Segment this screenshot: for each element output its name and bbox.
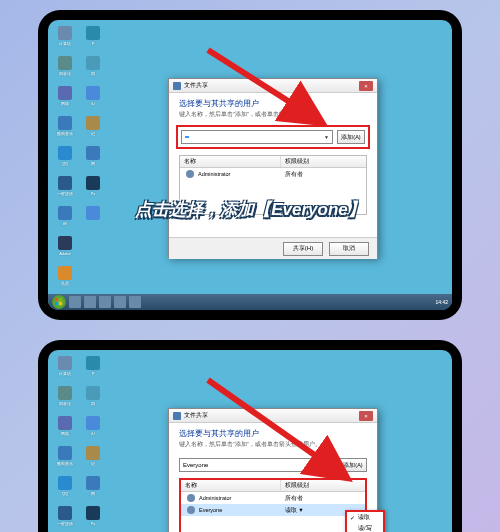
task-icon[interactable]	[129, 296, 141, 308]
list-row-everyone[interactable]: Everyone 读取 ▼	[181, 504, 365, 516]
desktop-icon[interactable]: QQ	[54, 476, 76, 502]
desktop-icons-col2-b: P回iU记网Ps	[82, 356, 138, 532]
dialog-heading: 选择要与其共享的用户	[179, 99, 367, 109]
user-list: 名称 权限级别 Administrator 所有者 Everyone 读取 ▼	[179, 478, 367, 532]
list-row-admin[interactable]: Administrator 所有者	[180, 168, 366, 180]
dialog-header: 选择要与其共享的用户 键入名称，然后单击"添加"，或者单击箭头查找用户。	[169, 423, 377, 452]
chevron-down-icon[interactable]: ▼	[326, 462, 331, 468]
col-name: 名称	[181, 480, 281, 491]
desktop-icon[interactable]: 回收站	[54, 56, 76, 82]
desktop-icon[interactable]: Adobe	[54, 236, 76, 262]
desktop-screen: 计算机回收站网络酷狗音乐QQ一键还原IEAdobe迅雷 P回iU记网Ps 文件共…	[48, 350, 452, 532]
desktop-icon[interactable]: 迅雷	[54, 266, 76, 292]
combo-value: Everyone	[183, 462, 208, 468]
dialog-body: Everyone ▼ 添加(A) 名称 权限级别 Administrator 所…	[169, 452, 377, 532]
list-header: 名称 权限级别	[181, 480, 365, 492]
svg-rect-2	[55, 298, 58, 301]
tray-time: 14:42	[435, 299, 448, 305]
dialog-heading: 选择要与其共享的用户	[179, 429, 367, 439]
desktop-icon[interactable]: QQ	[54, 146, 76, 172]
desktop-screen: 计算机回收站网络酷狗音乐QQ一键还原IEAdobe迅雷 P回iU记网Ps 文件共…	[48, 20, 452, 310]
svg-rect-4	[55, 302, 58, 305]
desktop-icon[interactable]: 网络	[54, 86, 76, 112]
desktop-icon[interactable]: 网	[82, 146, 104, 172]
perm-option-read[interactable]: ✓读取	[347, 512, 383, 523]
desktop-icon[interactable]: iU	[82, 86, 104, 112]
share-button[interactable]: 共享(H)	[283, 242, 323, 256]
task-icon[interactable]	[99, 296, 111, 308]
cancel-button[interactable]: 取消	[329, 242, 369, 256]
close-icon[interactable]: ×	[359, 411, 373, 421]
desktop-icon[interactable]: 回	[82, 386, 104, 412]
taskbar[interactable]: 14:42	[48, 294, 452, 310]
svg-rect-5	[59, 302, 62, 305]
svg-rect-3	[59, 298, 62, 301]
desktop-icons-col2: P回iU记网Ps	[82, 26, 138, 232]
user-icon	[187, 506, 195, 514]
user-input-row: ▼ 添加(A)	[176, 125, 370, 149]
desktop-icon[interactable]: 回	[82, 56, 104, 82]
user-icon	[186, 170, 194, 178]
instruction-caption: 点击选择，添加【Everyone】	[135, 198, 365, 221]
perm-option-readwrite[interactable]: 读/写	[347, 523, 383, 532]
desktop-icon[interactable]: 记	[82, 116, 104, 142]
combo-selected	[185, 136, 189, 138]
user-icon	[187, 494, 195, 502]
desktop-icon[interactable]: 记	[82, 446, 104, 472]
task-icon[interactable]	[114, 296, 126, 308]
file-sharing-dialog: 文件共享 × 选择要与其共享的用户 键入名称，然后单击"添加"，或者单击箭头查找…	[168, 408, 378, 532]
dialog-title-text: 文件共享	[184, 411, 208, 420]
desktop-icon[interactable]: 计算机	[54, 356, 76, 382]
desktop-icon[interactable]: 一键还原	[54, 176, 76, 202]
user-input-row: Everyone ▼ 添加(A)	[179, 458, 367, 472]
desktop-icon[interactable]: P	[82, 356, 104, 382]
desktop-icon[interactable]: Ps	[82, 506, 104, 532]
desktop-icon[interactable]: 网络	[54, 416, 76, 442]
tablet-frame-top: 计算机回收站网络酷狗音乐QQ一键还原IEAdobe迅雷 P回iU记网Ps 文件共…	[38, 10, 462, 320]
dialog-subtext: 键入名称，然后单击"添加"，或者单击箭头查找用户。	[179, 111, 367, 118]
desktop-icon[interactable]: P	[82, 26, 104, 52]
dialog-footer: 共享(H) 取消	[169, 237, 377, 259]
dialog-titlebar[interactable]: 文件共享 ×	[169, 409, 377, 423]
system-tray[interactable]: 14:42	[435, 299, 448, 305]
window-icon	[173, 82, 181, 90]
tablet-frame-bottom: 计算机回收站网络酷狗音乐QQ一键还原IEAdobe迅雷 P回iU记网Ps 文件共…	[38, 340, 462, 532]
desktop-icon[interactable]: Ps	[82, 176, 104, 202]
desktop-icon[interactable]: 酷狗音乐	[54, 446, 76, 472]
desktop-icon[interactable]: IE	[54, 206, 76, 232]
start-button[interactable]	[52, 295, 66, 309]
desktop-icon[interactable]: 回收站	[54, 386, 76, 412]
dialog-title-text: 文件共享	[184, 81, 208, 90]
window-icon	[173, 412, 181, 420]
file-sharing-dialog: 文件共享 × 选择要与其共享的用户 键入名称，然后单击"添加"，或者单击箭头查找…	[168, 78, 378, 258]
desktop-icon[interactable]	[82, 206, 104, 232]
user-combobox[interactable]: Everyone ▼	[179, 458, 335, 472]
desktop-icon[interactable]: 一键还原	[54, 506, 76, 532]
close-icon[interactable]: ×	[359, 81, 373, 91]
permission-dropdown-menu[interactable]: ✓读取 读/写 删除	[345, 510, 385, 532]
dialog-header: 选择要与其共享的用户 键入名称，然后单击"添加"，或者单击箭头查找用户。	[169, 93, 377, 122]
chevron-down-icon[interactable]: ▼	[324, 134, 329, 140]
col-perm: 权限级别	[281, 156, 366, 167]
col-perm: 权限级别	[281, 480, 365, 491]
desktop-icon[interactable]: 网	[82, 476, 104, 502]
desktop-icon[interactable]: 酷狗音乐	[54, 116, 76, 142]
dialog-titlebar[interactable]: 文件共享 ×	[169, 79, 377, 93]
add-button[interactable]: 添加(A)	[337, 130, 365, 144]
desktop-icon[interactable]: iU	[82, 416, 104, 442]
add-button[interactable]: 添加(A)	[339, 458, 367, 472]
desktop-icon[interactable]: 计算机	[54, 26, 76, 52]
dialog-subtext: 键入名称，然后单击"添加"，或者单击箭头查找用户。	[179, 441, 367, 448]
task-icon[interactable]	[84, 296, 96, 308]
list-header: 名称 权限级别	[180, 156, 366, 168]
list-row-admin[interactable]: Administrator 所有者	[181, 492, 365, 504]
task-icon[interactable]	[69, 296, 81, 308]
user-combobox[interactable]: ▼	[181, 130, 333, 144]
col-name: 名称	[180, 156, 281, 167]
